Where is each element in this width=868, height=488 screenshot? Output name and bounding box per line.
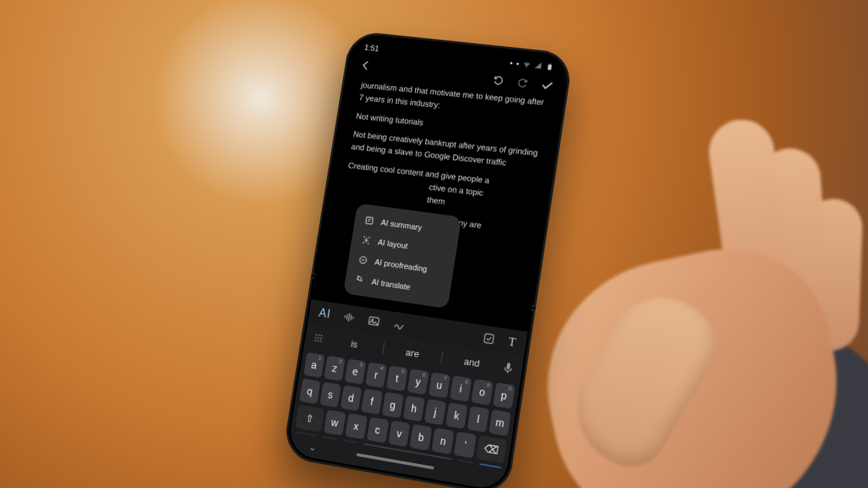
suggestion-3[interactable]: and [443, 352, 501, 372]
image-icon[interactable] [367, 314, 381, 328]
proofread-icon [357, 254, 368, 266]
key-o[interactable]: o9 [471, 379, 493, 406]
svg-point-14 [317, 340, 319, 342]
key-j[interactable]: j [424, 399, 446, 425]
key-t[interactable]: t5 [386, 365, 408, 391]
apps-chip[interactable] [310, 329, 327, 347]
key-e[interactable]: e3 [344, 359, 366, 385]
menu-label: AI proofreading [374, 257, 427, 273]
key-i[interactable]: i8 [450, 375, 472, 401]
svg-point-12 [320, 338, 323, 340]
nav-down-chevron[interactable]: ⌄ [308, 440, 318, 453]
signal-icon [533, 61, 542, 69]
key-x[interactable]: x [345, 413, 367, 439]
key-l[interactable]: l [467, 406, 490, 432]
key-y[interactable]: y6 [407, 369, 429, 395]
key-r[interactable]: r4 [365, 362, 387, 388]
nav-home-pill[interactable] [356, 453, 434, 470]
translate-icon [354, 274, 365, 286]
mic-button[interactable] [501, 360, 517, 375]
key-v[interactable]: v [388, 421, 410, 448]
key-m[interactable]: m [489, 409, 511, 436]
svg-point-15 [320, 341, 322, 343]
voice-waves-icon[interactable] [342, 310, 357, 325]
svg-rect-0 [548, 64, 552, 70]
menu-label: AI layout [378, 238, 409, 250]
key-f[interactable]: f [361, 388, 383, 414]
battery-icon [545, 63, 554, 71]
scribble-icon[interactable] [392, 317, 407, 332]
shift-key[interactable]: ⇧ [295, 405, 325, 432]
svg-point-10 [315, 336, 317, 338]
status-time: 1:51 [364, 43, 380, 53]
checkbox-icon[interactable] [482, 331, 497, 346]
svg-rect-1 [550, 64, 551, 64]
key-g[interactable]: g [382, 392, 404, 418]
key-z[interactable]: z2 [324, 356, 346, 382]
key-b[interactable]: b [410, 424, 433, 451]
key-w[interactable]: w [323, 410, 346, 436]
key-d[interactable]: d [340, 385, 362, 411]
key-s[interactable]: s [320, 382, 341, 408]
key-u[interactable]: u7 [428, 372, 450, 398]
key-k[interactable]: k [446, 403, 468, 429]
key-n[interactable]: n [432, 428, 455, 455]
ai-menu-popup: AI summary AI layout AI proofreading AI … [343, 203, 461, 309]
key-h[interactable]: h [403, 395, 425, 421]
suggestion-1[interactable]: is [326, 334, 382, 354]
wifi-icon [522, 61, 532, 69]
menu-label: AI translate [371, 277, 411, 291]
key-p[interactable]: p0 [493, 382, 515, 409]
key-'[interactable]: ' [454, 432, 477, 458]
status-notif-dots: • • [509, 59, 520, 68]
svg-point-8 [318, 334, 320, 336]
svg-point-13 [314, 339, 316, 341]
svg-point-7 [315, 334, 318, 336]
backspace-key[interactable]: ⌫ [476, 435, 507, 463]
done-button[interactable] [539, 77, 556, 93]
summary-icon [364, 215, 375, 226]
suggestion-2[interactable]: are [384, 343, 441, 363]
svg-point-9 [320, 335, 323, 337]
redo-button[interactable] [514, 75, 531, 91]
layout-icon [361, 235, 372, 246]
menu-label: AI summary [380, 218, 422, 231]
undo-button[interactable] [490, 72, 507, 88]
key-c[interactable]: c [366, 416, 388, 442]
back-button[interactable] [358, 58, 374, 73]
key-q[interactable]: q [299, 378, 321, 404]
svg-point-11 [318, 337, 320, 339]
key-a[interactable]: a1 [304, 352, 326, 377]
text-tool[interactable]: T [508, 335, 517, 349]
svg-rect-6 [484, 333, 494, 343]
ai-button[interactable]: AI [318, 307, 332, 321]
